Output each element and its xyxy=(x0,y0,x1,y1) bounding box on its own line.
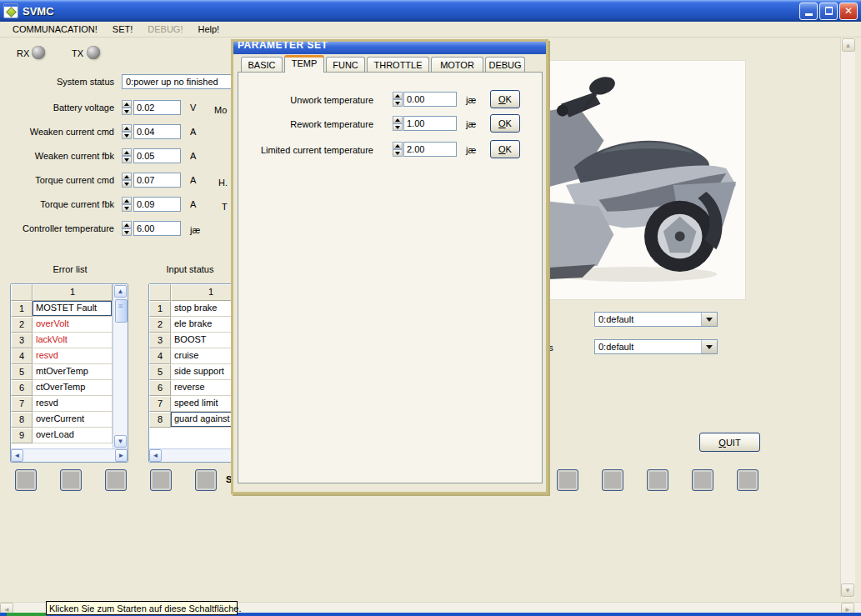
error-cell[interactable]: resvd xyxy=(33,396,113,412)
tab-func[interactable]: FUNC xyxy=(326,57,365,72)
torque-current-cmd-field[interactable]: 0.07 xyxy=(133,173,181,188)
tab-debug[interactable]: DEBUG xyxy=(485,57,525,72)
tab-throttle[interactable]: THROTTLE xyxy=(367,57,429,72)
ok-button[interactable]: OK xyxy=(490,114,520,133)
scroll-up-icon[interactable]: ▲ xyxy=(842,38,855,52)
weaken-current-cmd-field[interactable]: 0.04 xyxy=(133,124,181,139)
menu-help[interactable]: Help! xyxy=(191,23,228,36)
unwork-temperature-field[interactable]: 0.00 xyxy=(403,92,457,107)
dialog-title-bar[interactable]: PARAMETER SET xyxy=(233,42,546,54)
battery-voltage-field[interactable]: 0.02 xyxy=(133,100,181,115)
row-header[interactable]: 5 xyxy=(11,364,33,380)
scroll-left-icon[interactable]: ◄ xyxy=(149,449,162,462)
restore-button[interactable] xyxy=(819,3,838,20)
menu-communacation[interactable]: COMMUNACATION! xyxy=(5,23,105,36)
ok-button[interactable]: OK xyxy=(490,90,520,108)
limited-current-temperature-spinner[interactable] xyxy=(393,142,403,157)
indicator-box[interactable] xyxy=(195,469,217,491)
row-header[interactable]: 4 xyxy=(11,348,33,364)
column-header[interactable]: 1 xyxy=(33,284,113,301)
error-list-vscrollbar[interactable]: ▲ ▼ xyxy=(113,284,128,448)
minimize-button[interactable] xyxy=(799,3,818,20)
error-list-hscrollbar[interactable]: ◄ ► xyxy=(11,448,128,463)
scroll-up-icon[interactable]: ▲ xyxy=(114,285,127,298)
column-header[interactable]: 1 xyxy=(171,284,235,301)
row-header[interactable]: 6 xyxy=(149,380,171,396)
scroll-down-icon[interactable]: ▼ xyxy=(114,435,127,448)
indicator-box[interactable] xyxy=(15,469,37,491)
row-header[interactable]: 5 xyxy=(149,364,171,380)
input-cell[interactable]: BOOST xyxy=(171,333,235,348)
row-header[interactable]: 1 xyxy=(11,301,33,317)
default-dropdown-2[interactable]: 0:default xyxy=(594,339,718,354)
indicator-box[interactable] xyxy=(737,469,758,491)
indicator-box[interactable] xyxy=(647,469,668,491)
window-vscrollbar[interactable]: ▲ ▼ xyxy=(840,38,855,598)
ok-button[interactable]: OK xyxy=(490,140,520,158)
input-cell[interactable]: guard against th xyxy=(171,412,235,428)
scroll-right-icon[interactable]: ► xyxy=(115,449,128,462)
tab-basic[interactable]: BASIC xyxy=(241,57,283,72)
unwork-temperature-spinner[interactable] xyxy=(393,92,403,107)
torque-current-fbk-field[interactable]: 0.09 xyxy=(133,197,181,212)
row-header[interactable]: 4 xyxy=(149,348,171,364)
quit-button[interactable]: QUIT xyxy=(699,433,760,452)
error-cell[interactable]: overVolt xyxy=(33,317,113,333)
row-header[interactable]: 6 xyxy=(11,380,33,396)
torque-current-fbk-spinner[interactable] xyxy=(122,197,132,212)
row-header[interactable]: 9 xyxy=(11,428,33,443)
tab-motor[interactable]: MOTOR xyxy=(431,57,483,72)
indicator-box[interactable] xyxy=(60,469,82,491)
indicator-box[interactable] xyxy=(692,469,713,491)
input-cell[interactable]: stop brake xyxy=(171,301,235,317)
menu-set[interactable]: SET! xyxy=(105,23,140,36)
system-status-dropdown[interactable]: 0:power up no finished xyxy=(122,74,238,89)
row-header[interactable]: 2 xyxy=(149,317,171,333)
row-header[interactable]: 3 xyxy=(11,333,33,348)
error-cell[interactable]: mtOverTemp xyxy=(33,364,113,380)
scroll-thumb[interactable] xyxy=(115,299,128,323)
input-cell[interactable]: ele brake xyxy=(171,317,235,333)
indicator-box[interactable] xyxy=(150,469,172,491)
error-cell[interactable]: MOSTET Fault xyxy=(33,301,113,317)
scroll-left-icon[interactable]: ◄ xyxy=(11,449,23,462)
error-cell[interactable]: ctOverTemp xyxy=(33,380,113,396)
weaken-current-fbk-spinner[interactable] xyxy=(122,148,132,163)
torque-current-cmd-spinner[interactable] xyxy=(122,173,132,188)
input-status-hscrollbar[interactable]: ◄ xyxy=(149,448,234,463)
row-header[interactable]: 7 xyxy=(149,396,171,412)
error-cell[interactable]: overLoad xyxy=(33,428,113,443)
indicator-box[interactable] xyxy=(602,469,623,491)
rework-temperature-label: Rework temperature xyxy=(242,119,373,129)
rework-temperature-field[interactable]: 1.00 xyxy=(403,116,457,131)
row-header[interactable]: 8 xyxy=(11,412,33,428)
menu-debug: DEBUG! xyxy=(140,23,190,36)
row-header[interactable]: 3 xyxy=(149,333,171,348)
weaken-current-fbk-field[interactable]: 0.05 xyxy=(133,148,181,163)
close-button[interactable]: ✕ xyxy=(839,3,858,20)
weaken-current-cmd-spinner[interactable] xyxy=(122,124,132,139)
row-header[interactable]: 2 xyxy=(11,317,33,333)
chevron-down-icon[interactable] xyxy=(701,313,717,326)
row-header[interactable]: 1 xyxy=(149,301,171,317)
rework-temperature-spinner[interactable] xyxy=(393,116,403,131)
scroll-down-icon[interactable]: ▼ xyxy=(841,583,854,597)
error-cell[interactable]: lackVolt xyxy=(33,333,113,348)
input-cell[interactable]: side support xyxy=(171,364,235,380)
chevron-down-icon[interactable] xyxy=(701,340,717,353)
row-header[interactable]: 8 xyxy=(149,412,171,428)
tab-temp[interactable]: TEMP xyxy=(284,55,324,73)
battery-voltage-spinner[interactable] xyxy=(122,100,132,115)
row-header[interactable]: 7 xyxy=(11,396,33,412)
indicator-box[interactable] xyxy=(105,469,127,491)
error-cell[interactable]: overCurrent xyxy=(33,412,113,428)
limited-current-temperature-field[interactable]: 2.00 xyxy=(403,142,457,157)
controller-temperature-field[interactable]: 6.00 xyxy=(133,221,181,236)
controller-temperature-spinner[interactable] xyxy=(122,221,132,236)
input-cell[interactable]: speed limit xyxy=(171,396,235,412)
error-cell[interactable]: resvd xyxy=(33,348,113,364)
indicator-box[interactable] xyxy=(557,469,578,491)
default-dropdown-1[interactable]: 0:default xyxy=(594,312,718,327)
input-cell[interactable]: reverse xyxy=(171,380,235,396)
input-cell[interactable]: cruise xyxy=(171,348,235,364)
